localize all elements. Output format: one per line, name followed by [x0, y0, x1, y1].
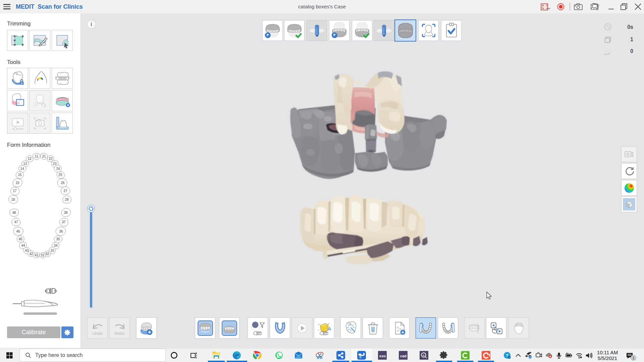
svg-text:36: 36 [59, 230, 63, 233]
svg-text:21: 21 [42, 155, 46, 158]
svg-text:15: 15 [18, 173, 22, 177]
svg-text:23: 23 [53, 162, 57, 166]
svg-text:33: 33 [50, 249, 54, 252]
svg-text:38: 38 [64, 211, 68, 215]
svg-text:34: 34 [54, 244, 58, 247]
svg-text:16: 16 [15, 181, 19, 185]
svg-text:e: e [423, 354, 424, 357]
svg-text:42: 42 [29, 252, 33, 256]
svg-text:28: 28 [65, 198, 69, 201]
svg-text:35: 35 [56, 237, 60, 241]
svg-text:31: 31 [41, 253, 45, 257]
svg-text:14: 14 [20, 167, 24, 171]
svg-text:cad: cad [400, 354, 407, 358]
svg-text:24: 24 [56, 167, 60, 171]
svg-text:44: 44 [21, 244, 25, 247]
svg-text:27: 27 [63, 189, 67, 193]
svg-text:11: 11 [35, 155, 39, 158]
svg-text:Off: Off [258, 332, 262, 335]
svg-text:32: 32 [45, 252, 49, 256]
svg-text:41: 41 [35, 253, 39, 257]
svg-text:47: 47 [14, 220, 18, 224]
svg-text:25: 25 [58, 173, 62, 177]
svg-text:46: 46 [16, 230, 20, 233]
svg-text:45: 45 [18, 237, 22, 241]
svg-text:exo: exo [379, 354, 386, 358]
svg-text:22: 22 [49, 157, 53, 161]
svg-text:37: 37 [62, 220, 66, 224]
svg-text:12: 12 [28, 157, 32, 161]
svg-text:A: A [327, 325, 331, 331]
svg-text:48: 48 [12, 211, 16, 215]
svg-text:17: 17 [13, 189, 17, 193]
svg-text:13: 13 [23, 162, 27, 166]
svg-text:43: 43 [25, 249, 29, 252]
svg-text:26: 26 [61, 181, 65, 185]
svg-text:Off: Off [324, 332, 328, 335]
svg-text:18: 18 [11, 198, 15, 201]
